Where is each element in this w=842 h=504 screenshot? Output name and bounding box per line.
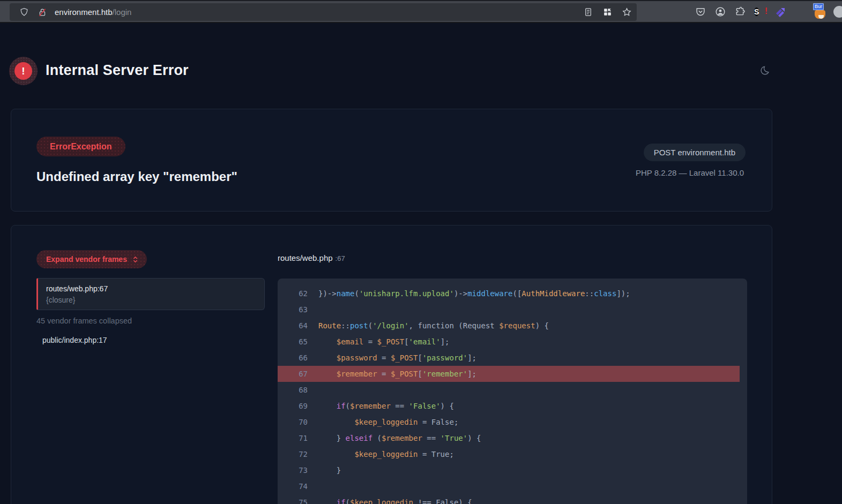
code-line-72: 72 $keep_loggedin = True; [278, 446, 747, 462]
line-number: 75 [278, 498, 308, 504]
code-line-70: 70 $keep_loggedin = False; [278, 414, 747, 430]
exclamation-icon: ! [14, 62, 32, 80]
code-line-68: 68 [278, 382, 747, 398]
line-number: 67 [278, 370, 308, 378]
code-line-65: 65 $email = $_POST['email']; [278, 334, 747, 350]
code-line-74: 74 [278, 478, 747, 494]
error-summary-card: ErrorException Undefined array key "reme… [11, 109, 772, 212]
code-line-66: 66 $password = $_POST['password']; [278, 350, 747, 366]
code-line-75: 75 if($keep_loggedin !== False) { [278, 494, 747, 504]
line-number: 70 [278, 418, 308, 426]
url-text[interactable]: environment.htb/login [55, 7, 131, 17]
line-number: 68 [278, 386, 308, 394]
error-circle-icon: ! [9, 57, 38, 85]
error-message: Undefined array key "remember" [36, 169, 237, 184]
vendor-frames-collapsed-note: 45 vendor frames collapsed [36, 317, 132, 325]
code-line-73: 73 } [278, 462, 747, 478]
code-header-line: :67 [336, 254, 345, 262]
foxyproxy-icon[interactable]: Bur [814, 5, 826, 19]
frame-file: routes/web.php:67 [46, 283, 256, 295]
expand-vendor-frames-button[interactable]: Expand vendor frames [36, 250, 147, 268]
lock-insecure-icon[interactable] [37, 7, 48, 18]
line-number: 65 [278, 337, 308, 346]
exception-class-badge[interactable]: ErrorException [36, 137, 125, 156]
code-text: $keep_loggedin = False; [318, 418, 458, 426]
purple-arrows-icon[interactable] [774, 6, 786, 18]
code-line-62: 62})->name('unisharp.lfm.upload')->middl… [278, 285, 747, 302]
pocket-icon[interactable] [695, 6, 706, 18]
s-badge-icon[interactable]: S ! [754, 6, 766, 18]
code-text: $email = $_POST['email']; [318, 337, 449, 346]
browser-toolbar: environment.htb/login [0, 0, 842, 23]
line-number: 73 [278, 466, 308, 475]
error-page: ! Internal Server Error ErrorException U… [0, 23, 842, 504]
page-header: ! Internal Server Error [0, 23, 842, 109]
code-text: $remember = $_POST['remember']; [318, 370, 476, 378]
code-text: $keep_loggedin = True; [318, 450, 454, 458]
code-text: } elseif ($remember == 'True') { [318, 434, 481, 442]
line-number: 71 [278, 434, 308, 442]
page-title: Internal Server Error [46, 62, 189, 79]
line-number: 74 [278, 482, 308, 491]
tiles-icon[interactable] [602, 7, 613, 18]
line-number: 69 [278, 402, 308, 410]
url-host: environment.htb [55, 7, 113, 17]
code-header: routes/web.php:67 [278, 253, 345, 263]
url-path: /login [113, 7, 132, 17]
code-text: $password = $_POST['password']; [318, 353, 476, 362]
line-number: 63 [278, 305, 308, 314]
foxyproxy-mode-label: Bur [813, 3, 824, 10]
reader-view-icon[interactable] [583, 7, 594, 18]
code-line-69: 69 if($remember == 'False') { [278, 398, 747, 414]
shield-icon[interactable] [19, 7, 29, 18]
code-text: if($remember == 'False') { [318, 402, 454, 410]
chevron-up-down-icon [131, 255, 139, 264]
line-number: 72 [278, 450, 308, 458]
frame-method: {closure} [46, 295, 256, 305]
code-text: } [318, 466, 341, 475]
request-badge[interactable]: POST environment.htb [644, 144, 746, 161]
stack-trace-card: Expand vendor frames routes/web.php:67 {… [11, 225, 772, 504]
code-line-67: 67 $remember = $_POST['remember']; [278, 366, 740, 382]
expand-vendor-frames-label: Expand vendor frames [46, 255, 127, 264]
code-viewer[interactable]: 62})->name('unisharp.lfm.upload')->middl… [278, 279, 747, 504]
code-line-64: 64Route::post('/login', function (Reques… [278, 318, 747, 334]
partial-icon [834, 6, 839, 18]
account-icon[interactable] [714, 6, 726, 18]
url-bar[interactable]: environment.htb/login [10, 3, 637, 21]
stack-frame-index[interactable]: public/index.php:17 [42, 336, 107, 344]
line-number: 62 [278, 289, 308, 298]
line-number: 66 [278, 353, 308, 362]
code-text: if($keep_loggedin !== False) { [318, 498, 472, 504]
code-lines: 62})->name('unisharp.lfm.upload')->middl… [278, 285, 747, 504]
cookie-icon[interactable] [794, 6, 806, 18]
bookmark-star-icon[interactable] [622, 7, 632, 18]
line-number: 64 [278, 321, 308, 330]
code-line-71: 71 } elseif ($remember == 'True') { [278, 430, 747, 446]
code-header-file: routes/web.php [278, 253, 333, 262]
code-line-63: 63 [278, 302, 747, 318]
php-laravel-versions: PHP 8.2.28 — Laravel 11.30.0 [636, 168, 744, 177]
extensions-puzzle-icon[interactable] [734, 6, 746, 18]
stack-frame-active[interactable]: routes/web.php:67 {closure} [36, 278, 265, 310]
moon-icon[interactable] [760, 64, 772, 76]
code-text: Route::post('/login', function (Request … [318, 321, 549, 330]
code-text: })->name('unisharp.lfm.upload')->middlew… [318, 289, 630, 298]
